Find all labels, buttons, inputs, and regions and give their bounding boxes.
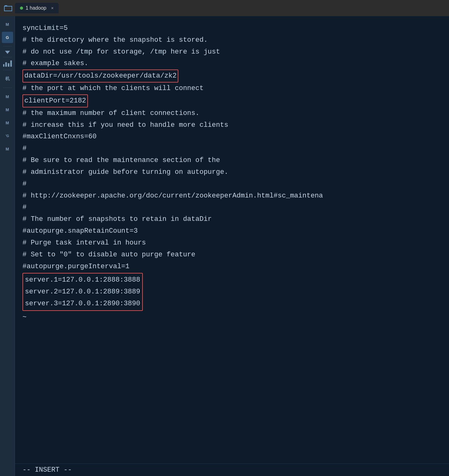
code-line: # — [22, 178, 442, 190]
tab-label: 1 hadoop — [26, 5, 46, 11]
code-line: # increase this if you need to handle mo… — [22, 119, 442, 131]
sidebar-divider-4 — [3, 88, 12, 88]
status-text: -- INSERT -- — [22, 466, 72, 474]
app-icon — [2, 2, 14, 14]
sidebar-btn-M1[interactable]: M — [2, 19, 13, 30]
sidebar-btn-G1[interactable]: G — [2, 32, 13, 43]
code-line: # the port at which the clients will con… — [22, 83, 442, 94]
highlighted-code: dataDir=/usr/tools/zookeeper/data/zk2 — [22, 69, 178, 83]
editor-area[interactable]: syncLimit=5# the directory where the sna… — [15, 16, 449, 476]
code-line: syncLimit=5 — [22, 22, 442, 34]
status-bar: -- INSERT -- — [15, 464, 449, 476]
sidebar-btn-G2[interactable]: 'G — [2, 130, 13, 141]
code-line: #autopurge.purgeInterval=1 — [22, 261, 442, 273]
highlighted-code: clientPort=2182 — [22, 94, 88, 107]
code-line: clientPort=2182 — [22, 94, 442, 107]
code-line: # Be sure to read the maintenance sectio… — [22, 155, 442, 166]
sidebar-btn-M5[interactable]: M — [2, 143, 13, 155]
title-bar: 1 hadoop × — [0, 0, 449, 16]
sidebar-divider-3 — [3, 70, 12, 70]
sidebar-btn-M3[interactable]: M — [2, 104, 13, 115]
sidebar-arrow-icon[interactable] — [5, 51, 10, 54]
code-line: # the directory where the snapshot is st… — [22, 34, 442, 46]
code-line: # administrator guide before turning on … — [22, 166, 442, 178]
code-line: server.2=127.0.0.1:2889:3889 — [25, 286, 140, 298]
code-line: #maxClientCnxns=60 — [22, 131, 442, 143]
code-line: # — [22, 202, 442, 213]
sidebar-divider-1 — [3, 46, 12, 46]
code-line: # The number of snapshots to retain in d… — [22, 213, 442, 225]
left-sidebar: M G 机 M M M 'G M — [0, 16, 15, 476]
code-line: server.1=127.0.0.1:2888:3888 — [25, 274, 140, 286]
code-line: # Set to "0" to disable auto purge featu… — [22, 249, 442, 261]
code-line: server.3=127.0.0.1:2890:3890 — [25, 298, 140, 310]
sidebar-btn-M2[interactable]: M — [2, 91, 13, 102]
tab-status-dot — [20, 7, 23, 10]
sidebar-btn-machine[interactable]: 机 — [2, 73, 13, 84]
tab-hadoop[interactable]: 1 hadoop × — [15, 3, 59, 13]
server-lines-box: server.1=127.0.0.1:2888:3888server.2=127… — [22, 273, 143, 311]
code-line: # http://zookeeper.apache.org/doc/curren… — [22, 190, 442, 202]
code-line: # the maximum number of client connectio… — [22, 107, 442, 119]
code-line: # example sakes. — [22, 58, 442, 69]
sidebar-divider-2 — [3, 57, 12, 57]
sidebar-chart-icon — [3, 60, 12, 67]
code-line: ~ — [22, 312, 442, 323]
code-line: # do not use /tmp for storage, /tmp here… — [22, 46, 442, 58]
code-line: # — [22, 143, 442, 155]
sidebar-btn-M4[interactable]: M — [2, 117, 13, 128]
code-line: # Purge task interval in hours — [22, 237, 442, 249]
tab-close-button[interactable]: × — [51, 6, 54, 11]
code-line: dataDir=/usr/tools/zookeeper/data/zk2 — [22, 69, 442, 83]
code-line: #autopurge.snapRetainCount=3 — [22, 225, 442, 237]
code-content: syncLimit=5# the directory where the sna… — [22, 22, 442, 323]
